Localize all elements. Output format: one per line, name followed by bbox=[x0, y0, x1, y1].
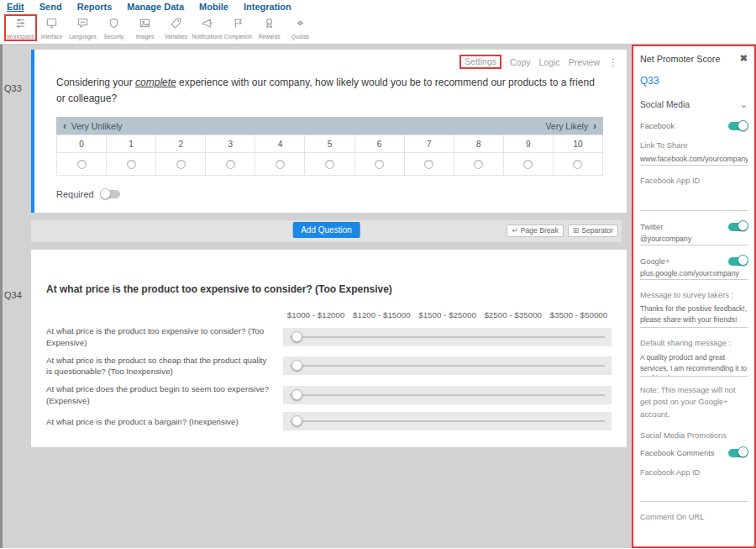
separator-button[interactable]: ⊞Separator bbox=[568, 224, 618, 237]
default-sharing-message-input[interactable]: A quality product and great services, I … bbox=[640, 352, 748, 377]
nps-number-row: 0 1 2 3 4 5 6 7 8 9 10 bbox=[57, 135, 603, 153]
toolbar-item-quotas[interactable]: Quotas bbox=[285, 15, 316, 40]
preview-link[interactable]: Preview bbox=[569, 57, 600, 67]
nps-radio-6[interactable] bbox=[355, 153, 405, 176]
nps-number: 7 bbox=[405, 135, 454, 153]
toolbar-item-notifications[interactable]: Notifications bbox=[192, 15, 223, 40]
toolbar-item-languages[interactable]: Languages bbox=[67, 15, 98, 40]
menu-mobile[interactable]: Mobile bbox=[199, 2, 228, 12]
nps-radio-3[interactable] bbox=[206, 153, 255, 176]
radio-icon bbox=[523, 160, 533, 169]
nps-number: 1 bbox=[107, 135, 156, 153]
nps-radio-10[interactable] bbox=[554, 153, 603, 176]
price-slider[interactable] bbox=[283, 356, 612, 375]
slider-track bbox=[290, 336, 605, 338]
survey-canvas: Q33 Settings Copy Logic Preview ⋮ Consid… bbox=[0, 45, 632, 548]
toolbar-item-interface[interactable]: Interface bbox=[36, 15, 67, 40]
settings-panel-title: Net Promoter Score bbox=[640, 54, 720, 64]
price-slider[interactable] bbox=[283, 386, 612, 404]
menu-edit[interactable]: Edit bbox=[7, 2, 24, 12]
page-break-button[interactable]: ↵Page Break bbox=[507, 224, 563, 237]
message-to-survey-takers-input[interactable]: Thanks for the positive feedback!, pleas… bbox=[640, 304, 748, 328]
question-card-q33[interactable]: Settings Copy Logic Preview ⋮ Considerin… bbox=[31, 50, 627, 213]
nps-number: 0 bbox=[57, 135, 107, 153]
nps-radio-9[interactable] bbox=[504, 153, 554, 176]
google-plus-note: Note: This message will not get post on … bbox=[640, 384, 748, 420]
page-break-label: Page Break bbox=[521, 226, 559, 235]
question-text-emphasis: complete bbox=[135, 77, 176, 88]
question-card-q34[interactable]: At what price is the product too expensi… bbox=[31, 250, 627, 447]
menu-reports[interactable]: Reports bbox=[77, 2, 113, 12]
google-link-input[interactable] bbox=[640, 267, 748, 280]
google-plus-toggle[interactable] bbox=[728, 257, 748, 266]
menu-send[interactable]: Send bbox=[39, 2, 62, 12]
price-column: $1500 - $25000 bbox=[414, 310, 480, 319]
social-media-section-toggle[interactable]: Social Media ⌄ bbox=[640, 99, 748, 110]
price-slider[interactable] bbox=[283, 412, 612, 430]
menu-integration[interactable]: Integration bbox=[244, 2, 291, 12]
nps-radio-8[interactable] bbox=[454, 153, 504, 176]
slider-row-label: At what price does the product begin to … bbox=[46, 383, 283, 406]
price-column: $1200 - $15000 bbox=[349, 310, 414, 319]
slider-handle[interactable] bbox=[291, 331, 302, 342]
toolbar-item-security[interactable]: Security bbox=[98, 15, 129, 40]
facebook-comments-toggle[interactable] bbox=[728, 449, 748, 457]
required-toggle[interactable] bbox=[101, 190, 120, 198]
slider-row-label: At what price is the product a bargain? … bbox=[46, 416, 283, 428]
nps-radio-2[interactable] bbox=[156, 153, 206, 176]
workspace-icon bbox=[14, 17, 27, 33]
toolbar-item-completion[interactable]: Completion bbox=[223, 15, 254, 40]
copy-link[interactable]: Copy bbox=[510, 57, 531, 67]
menu-manage-data[interactable]: Manage Data bbox=[127, 2, 184, 12]
price-slider[interactable] bbox=[283, 328, 612, 346]
slider-handle[interactable] bbox=[291, 360, 302, 371]
radio-icon bbox=[573, 160, 582, 169]
chevron-left-icon[interactable]: ‹ bbox=[63, 120, 66, 132]
twitter-toggle[interactable] bbox=[728, 223, 748, 231]
page-break-icon: ↵ bbox=[512, 226, 518, 235]
question-number-q33: Q33 bbox=[3, 50, 31, 213]
toggle-knob bbox=[738, 255, 748, 266]
facebook-link-input[interactable] bbox=[640, 152, 748, 166]
insert-tools: ↵Page Break ⊞Separator bbox=[507, 224, 618, 237]
question-text: Considering your complete experience wit… bbox=[56, 75, 601, 106]
slider-track bbox=[290, 365, 605, 367]
toolbar-item-label: Security bbox=[104, 34, 124, 40]
facebook-app-id-input[interactable] bbox=[640, 198, 748, 211]
toggle-knob bbox=[738, 446, 748, 457]
toolbar-item-images[interactable]: Images bbox=[129, 15, 160, 40]
slider-row-too-inexpensive: At what price is the product so cheap th… bbox=[46, 355, 612, 377]
slider-handle[interactable] bbox=[291, 415, 302, 426]
facebook-comments-toggle-row: Facebook Comments bbox=[640, 449, 748, 457]
facebook-app-id-2-label: Facebook App ID bbox=[640, 467, 748, 478]
close-icon[interactable]: ✖ bbox=[740, 53, 748, 64]
chevron-right-icon[interactable]: › bbox=[593, 120, 596, 132]
logic-link[interactable]: Logic bbox=[539, 57, 560, 67]
nps-right-label: Very Likely bbox=[545, 121, 588, 131]
nps-radio-1[interactable] bbox=[107, 153, 156, 176]
add-question-button[interactable]: Add Question bbox=[292, 222, 360, 238]
toolbar-item-rewards[interactable]: Rewards bbox=[254, 15, 285, 40]
radio-icon bbox=[375, 160, 384, 169]
settings-link[interactable]: Settings bbox=[459, 55, 501, 69]
overflow-menu-icon[interactable]: ⋮ bbox=[608, 56, 618, 68]
facebook-app-id-2-input[interactable] bbox=[640, 488, 748, 502]
question-title: At what price is the product too expensi… bbox=[46, 283, 612, 295]
twitter-label: Twitter bbox=[640, 223, 663, 231]
languages-icon bbox=[76, 17, 89, 33]
separator-icon: ⊞ bbox=[573, 226, 580, 235]
content-area: Q33 Settings Copy Logic Preview ⋮ Consid… bbox=[0, 45, 756, 548]
toolbar-item-workspace[interactable]: Workspace bbox=[5, 15, 36, 40]
twitter-handle-input[interactable] bbox=[640, 232, 748, 245]
quotas-link-icon bbox=[294, 17, 307, 33]
completion-flag-icon bbox=[232, 17, 244, 33]
nps-radio-7[interactable] bbox=[405, 153, 454, 176]
toolbar-item-variables[interactable]: Variables bbox=[160, 15, 192, 40]
nps-radio-0[interactable] bbox=[57, 153, 107, 176]
nps-left-label: Very Unlikely bbox=[71, 121, 123, 131]
slider-handle[interactable] bbox=[291, 389, 302, 400]
comment-on-url-input[interactable] bbox=[640, 534, 748, 547]
facebook-toggle[interactable] bbox=[728, 122, 748, 130]
nps-radio-4[interactable] bbox=[255, 153, 305, 176]
nps-radio-5[interactable] bbox=[305, 153, 354, 176]
